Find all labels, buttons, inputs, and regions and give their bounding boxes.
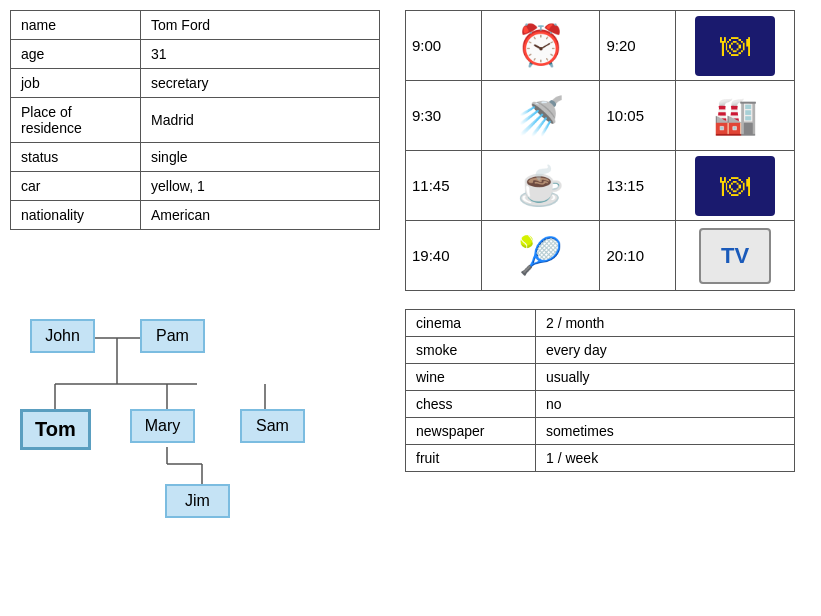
alarm-icon: ⏰ xyxy=(516,23,566,67)
schedule-icon2: 🏭 xyxy=(676,81,795,151)
activity-row: fruit 1 / week xyxy=(406,445,795,472)
profile-table: name Tom Ford age 31 job secretary Place… xyxy=(10,10,380,230)
schedule-row: 9:30 🚿 10:05 🏭 xyxy=(406,81,795,151)
profile-value: American xyxy=(141,201,380,230)
family-member-jim: Jim xyxy=(165,484,230,518)
factory-icon: 🏭 xyxy=(713,95,758,136)
activity-frequency: 2 / month xyxy=(536,310,795,337)
food2-icon: 🍽 xyxy=(695,156,775,216)
tennis-icon: 🎾 xyxy=(518,235,563,276)
profile-row: age 31 xyxy=(11,40,380,69)
bottom-row: JohnPamTomMarySamJim cinema 2 / month sm… xyxy=(0,309,821,529)
activity-frequency: usually xyxy=(536,364,795,391)
profile-value: secretary xyxy=(141,69,380,98)
profile-label: status xyxy=(11,143,141,172)
profile-label: Place of residence xyxy=(11,98,141,143)
profile-label: nationality xyxy=(11,201,141,230)
schedule-table: 9:00 ⏰ 9:20 🍽 9:30 🚿 10:05 🏭 11:45 ☕ 13:… xyxy=(405,10,795,291)
main-container: name Tom Ford age 31 job secretary Place… xyxy=(0,0,821,301)
family-member-tom: Tom xyxy=(20,409,91,450)
schedule-icon1: 🚿 xyxy=(481,81,600,151)
schedule-time2: 20:10 xyxy=(600,221,676,291)
schedule-time1: 9:30 xyxy=(406,81,482,151)
activities-section: cinema 2 / month smoke every day wine us… xyxy=(405,309,811,529)
activity-label: wine xyxy=(406,364,536,391)
profile-value: 31 xyxy=(141,40,380,69)
family-member-john: John xyxy=(30,319,95,353)
schedule-icon2: 🍽 xyxy=(676,11,795,81)
activity-frequency: sometimes xyxy=(536,418,795,445)
profile-label: age xyxy=(11,40,141,69)
schedule-icon1: 🎾 xyxy=(481,221,600,291)
schedule-time1: 9:00 xyxy=(406,11,482,81)
family-member-mary: Mary xyxy=(130,409,195,443)
profile-value: Tom Ford xyxy=(141,11,380,40)
schedule-row: 19:40 🎾 20:10 TV xyxy=(406,221,795,291)
coffee-icon: ☕ xyxy=(517,165,564,207)
schedule-row: 11:45 ☕ 13:15 🍽 xyxy=(406,151,795,221)
schedule-time2: 13:15 xyxy=(600,151,676,221)
profile-value: single xyxy=(141,143,380,172)
schedule-icon2: 🍽 xyxy=(676,151,795,221)
schedule-icon1: ☕ xyxy=(481,151,600,221)
profile-label: job xyxy=(11,69,141,98)
tv-icon: TV xyxy=(699,228,771,284)
food-icon: 🍽 xyxy=(695,16,775,76)
activity-label: chess xyxy=(406,391,536,418)
schedule-row: 9:00 ⏰ 9:20 🍽 xyxy=(406,11,795,81)
profile-row: Place of residence Madrid xyxy=(11,98,380,143)
schedule-section: 9:00 ⏰ 9:20 🍽 9:30 🚿 10:05 🏭 11:45 ☕ 13:… xyxy=(405,10,811,291)
family-member-sam: Sam xyxy=(240,409,305,443)
schedule-time1: 11:45 xyxy=(406,151,482,221)
activity-label: cinema xyxy=(406,310,536,337)
activity-frequency: 1 / week xyxy=(536,445,795,472)
profile-value: Madrid xyxy=(141,98,380,143)
schedule-icon1: ⏰ xyxy=(481,11,600,81)
activity-row: chess no xyxy=(406,391,795,418)
activities-table: cinema 2 / month smoke every day wine us… xyxy=(405,309,795,472)
activity-row: cinema 2 / month xyxy=(406,310,795,337)
activity-frequency: every day xyxy=(536,337,795,364)
profile-section: name Tom Ford age 31 job secretary Place… xyxy=(10,10,400,291)
family-tree: JohnPamTomMarySamJim xyxy=(10,309,380,529)
profile-value: yellow, 1 xyxy=(141,172,380,201)
profile-row: nationality American xyxy=(11,201,380,230)
activity-label: fruit xyxy=(406,445,536,472)
schedule-icon2: TV xyxy=(676,221,795,291)
profile-label: name xyxy=(11,11,141,40)
schedule-time2: 10:05 xyxy=(600,81,676,151)
shower-icon: 🚿 xyxy=(517,95,564,137)
activity-label: smoke xyxy=(406,337,536,364)
profile-row: car yellow, 1 xyxy=(11,172,380,201)
family-member-pam: Pam xyxy=(140,319,205,353)
schedule-time1: 19:40 xyxy=(406,221,482,291)
schedule-time2: 9:20 xyxy=(600,11,676,81)
activity-row: newspaper sometimes xyxy=(406,418,795,445)
profile-row: job secretary xyxy=(11,69,380,98)
activity-row: smoke every day xyxy=(406,337,795,364)
profile-label: car xyxy=(11,172,141,201)
profile-row: status single xyxy=(11,143,380,172)
activity-row: wine usually xyxy=(406,364,795,391)
activity-frequency: no xyxy=(536,391,795,418)
activity-label: newspaper xyxy=(406,418,536,445)
profile-row: name Tom Ford xyxy=(11,11,380,40)
